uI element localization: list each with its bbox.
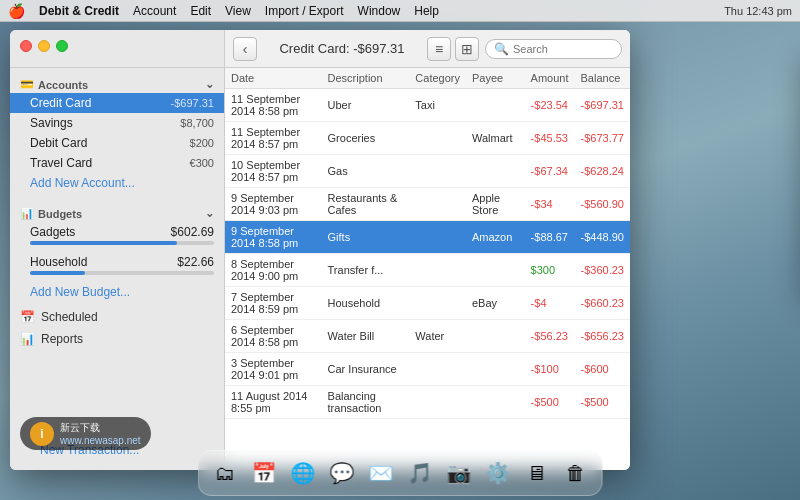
table-row[interactable]: 7 September 2014 8:59 pm Household eBay … <box>225 287 630 320</box>
table-header: Date Description Category Payee Amount B… <box>225 68 630 89</box>
dock-icon-finder[interactable]: 🗂 <box>207 455 243 491</box>
cell-amount: -$45.53 <box>525 122 575 155</box>
table-row[interactable]: 8 September 2014 9:00 pm Transfer f... $… <box>225 254 630 287</box>
table-row[interactable]: 11 September 2014 8:58 pm Uber Taxi -$23… <box>225 89 630 122</box>
scheduled-label: Scheduled <box>41 310 98 324</box>
cell-payee <box>466 320 525 353</box>
search-box[interactable]: 🔍 <box>485 39 622 59</box>
dock-icon-photos[interactable]: 📷 <box>441 455 477 491</box>
sidebar-reports[interactable]: 📊 Reports <box>10 328 224 350</box>
dock-icon-music[interactable]: 🎵 <box>402 455 438 491</box>
cell-balance: -$600 <box>575 353 630 386</box>
savings-label: Savings <box>30 116 180 130</box>
cell-balance: -$360.23 <box>575 254 630 287</box>
cell-desc: Gas <box>322 155 410 188</box>
sidebar-item-debitcard[interactable]: Debit Card $200 <box>10 133 224 153</box>
account-menu[interactable]: Account <box>133 4 176 18</box>
scheduled-icon: 📅 <box>20 310 35 324</box>
importexport-menu[interactable]: Import / Export <box>265 4 344 18</box>
cell-amount: $300 <box>525 254 575 287</box>
toolbar-icons: ≡ ⊞ <box>427 37 479 61</box>
cell-amount: -$88.67 <box>525 221 575 254</box>
cell-balance: -$697.31 <box>575 89 630 122</box>
dock-icon-browser[interactable]: 🌐 <box>285 455 321 491</box>
watermark-url: www.newasap.net <box>60 435 141 446</box>
gadgets-bar-bg <box>30 241 214 245</box>
cell-date: 9 September 2014 8:58 pm <box>225 221 322 254</box>
transactions-table: Date Description Category Payee Amount B… <box>225 68 630 470</box>
cell-desc: Water Bill <box>322 320 410 353</box>
cell-date: 10 September 2014 8:57 pm <box>225 155 322 188</box>
search-input[interactable] <box>513 43 613 55</box>
app-menu-name[interactable]: Debit & Credit <box>39 4 119 18</box>
edit-menu[interactable]: Edit <box>190 4 211 18</box>
cell-date: 8 September 2014 9:00 pm <box>225 254 322 287</box>
accounts-label: Accounts <box>38 79 88 91</box>
cell-balance: -$500 <box>575 386 630 419</box>
budget-gadgets[interactable]: Gadgets $602.69 <box>10 222 224 252</box>
cell-balance: -$448.90 <box>575 221 630 254</box>
close-button[interactable] <box>20 40 32 52</box>
cell-amount: -$100 <box>525 353 575 386</box>
add-budget-link[interactable]: Add New Budget... <box>10 282 224 302</box>
cell-cat <box>409 221 466 254</box>
grid-view-button[interactable]: ⊞ <box>455 37 479 61</box>
minimize-button[interactable] <box>38 40 50 52</box>
household-label: Household <box>30 255 87 269</box>
view-menu[interactable]: View <box>225 4 251 18</box>
cell-date: 11 August 2014 8:55 pm <box>225 386 322 419</box>
cell-amount: -$56.23 <box>525 320 575 353</box>
accounts-section-header: 💳 Accounts ⌄ <box>10 76 224 93</box>
sidebar-item-savings[interactable]: Savings $8,700 <box>10 113 224 133</box>
household-bar <box>30 271 85 275</box>
cell-balance: -$656.23 <box>575 320 630 353</box>
sidebar-scheduled[interactable]: 📅 Scheduled <box>10 306 224 328</box>
budget-household[interactable]: Household $22.66 <box>10 252 224 282</box>
cell-payee <box>466 386 525 419</box>
table-row[interactable]: 11 August 2014 8:55 pm Balancing transac… <box>225 386 630 419</box>
cell-payee <box>466 155 525 188</box>
debitcard-value: $200 <box>190 137 214 149</box>
dock-icon-terminal[interactable]: 🖥 <box>519 455 555 491</box>
cell-date: 3 September 2014 9:01 pm <box>225 353 322 386</box>
list-view-button[interactable]: ≡ <box>427 37 451 61</box>
table-row[interactable]: 9 September 2014 9:03 pm Restaurants & C… <box>225 188 630 221</box>
window-menu[interactable]: Window <box>358 4 401 18</box>
dock-icon-messages[interactable]: 💬 <box>324 455 360 491</box>
accounts-icon: 💳 <box>20 78 34 91</box>
cell-desc: Household <box>322 287 410 320</box>
apple-menu[interactable]: 🍎 <box>8 3 25 19</box>
sidebar-item-creditcard[interactable]: Credit Card -$697.31 <box>10 93 224 113</box>
add-account-link[interactable]: Add New Account... <box>10 173 224 193</box>
back-button[interactable]: ‹ <box>233 37 257 61</box>
reports-label: Reports <box>41 332 83 346</box>
travelcard-label: Travel Card <box>30 156 190 170</box>
dock-icon-trash[interactable]: 🗑 <box>558 455 594 491</box>
dock-icon-mail[interactable]: ✉️ <box>363 455 399 491</box>
transactions-list: Date Description Category Payee Amount B… <box>225 68 630 419</box>
budgets-chevron: ⌄ <box>205 207 214 220</box>
cell-amount: -$4 <box>525 287 575 320</box>
table-row[interactable]: 10 September 2014 8:57 pm Gas -$67.34 -$… <box>225 155 630 188</box>
dock-icon-calendar[interactable]: 📅 <box>246 455 282 491</box>
table-row[interactable]: 11 September 2014 8:57 pm Groceries Walm… <box>225 122 630 155</box>
fullscreen-button[interactable] <box>56 40 68 52</box>
debitcard-label: Debit Card <box>30 136 190 150</box>
menubar: 🍎 Debit & Credit Account Edit View Impor… <box>0 0 800 22</box>
cell-amount: -$67.34 <box>525 155 575 188</box>
cell-desc: Uber <box>322 89 410 122</box>
table-row[interactable]: 6 September 2014 8:58 pm Water Bill Wate… <box>225 320 630 353</box>
help-menu[interactable]: Help <box>414 4 439 18</box>
dock-icon-settings[interactable]: ⚙️ <box>480 455 516 491</box>
col-category: Category <box>409 68 466 89</box>
cell-desc: Balancing transaction <box>322 386 410 419</box>
table-row[interactable]: 9 September 2014 8:58 pm Gifts Amazon -$… <box>225 221 630 254</box>
sidebar-item-travelcard[interactable]: Travel Card €300 <box>10 153 224 173</box>
reports-icon: 📊 <box>20 332 35 346</box>
menubar-time: Thu 12:43 pm <box>724 5 792 17</box>
cell-payee: Walmart <box>466 122 525 155</box>
table-row[interactable]: 3 September 2014 9:01 pm Car Insurance -… <box>225 353 630 386</box>
cell-amount: -$500 <box>525 386 575 419</box>
dock: 🗂 📅 🌐 💬 ✉️ 🎵 📷 ⚙️ 🖥 🗑 <box>198 450 603 496</box>
gadgets-label: Gadgets <box>30 225 75 239</box>
